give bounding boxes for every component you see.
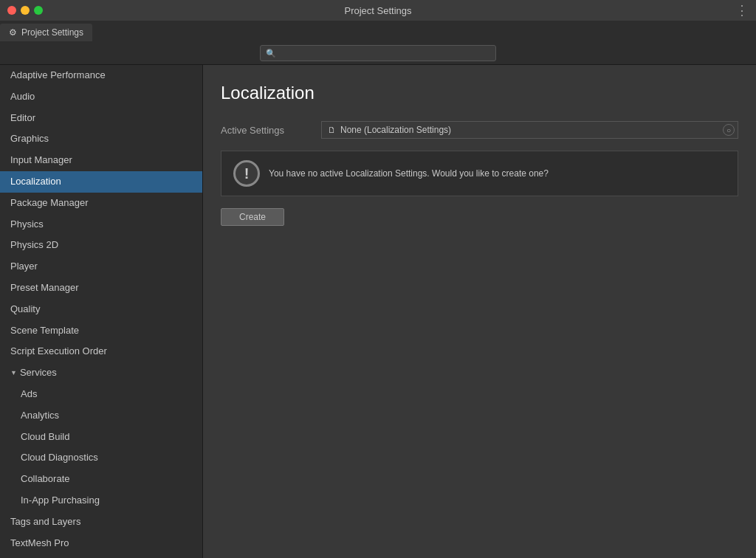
sidebar-item-editor[interactable]: Editor [0, 108, 202, 129]
sidebar-item-label: Preset Manager [10, 282, 79, 293]
window-title: Project Settings [344, 5, 411, 16]
page-title: Localization [221, 83, 738, 103]
sidebar: Adaptive PerformanceAudioEditorGraphicsI… [0, 65, 203, 558]
sidebar-item-in-app-purchasing[interactable]: In-App Purchasing [0, 490, 202, 512]
dropdown-value: None (Localization Settings) [340, 125, 451, 135]
warning-text: You have no active Localization Settings… [269, 168, 549, 179]
sidebar-item-label: Package Manager [10, 197, 89, 208]
sidebar-item-graphics[interactable]: Graphics [0, 128, 202, 150]
sidebar-item-time[interactable]: Time [0, 554, 202, 558]
sidebar-item-audio[interactable]: Audio [0, 86, 202, 108]
gear-icon: ⚙ [9, 27, 17, 38]
sidebar-item-label: In-App Purchasing [21, 495, 100, 506]
active-settings-row: Active Settings 🗋 None (Localization Set… [221, 121, 738, 139]
sidebar-item-ads[interactable]: Ads [0, 384, 202, 405]
file-icon: 🗋 [328, 125, 336, 134]
sidebar-item-label: Script Execution Order [10, 345, 107, 356]
sidebar-item-textmesh-pro[interactable]: TextMesh Pro [0, 533, 202, 554]
menu-icon[interactable]: ⋮ [735, 2, 749, 18]
sidebar-item-label: Localization [10, 176, 61, 187]
sidebar-item-preset-manager[interactable]: Preset Manager [0, 278, 202, 299]
project-settings-tab[interactable]: ⚙ Project Settings [0, 24, 92, 41]
sidebar-item-localization[interactable]: Localization [0, 171, 202, 193]
sidebar-item-label: Ads [21, 388, 37, 399]
search-wrapper: 🔍 [260, 45, 496, 61]
sidebar-item-label: Player [10, 261, 38, 272]
create-button[interactable]: Create [221, 208, 284, 226]
sidebar-item-package-manager[interactable]: Package Manager [0, 193, 202, 214]
sidebar-item-label: Audio [10, 91, 35, 102]
sidebar-item-label: Input Manager [10, 154, 72, 165]
sidebar-item-label: Analytics [21, 410, 59, 421]
search-input[interactable] [260, 45, 496, 61]
content-area: Localization Active Settings 🗋 None (Loc… [203, 65, 756, 558]
sidebar-item-label: Tags and Layers [10, 516, 80, 527]
warning-icon: ! [233, 160, 260, 187]
search-icon: 🔍 [266, 48, 276, 58]
sidebar-item-collaborate[interactable]: Collaborate [0, 469, 202, 490]
sidebar-item-cloud-diagnostics[interactable]: Cloud Diagnostics [0, 447, 202, 469]
triangle-icon: ▼ [10, 368, 17, 378]
minimize-button[interactable] [21, 6, 30, 15]
sidebar-item-services[interactable]: ▼Services [0, 362, 202, 384]
sidebar-item-cloud-build[interactable]: Cloud Build [0, 427, 202, 448]
tab-bar: ⚙ Project Settings [0, 21, 756, 41]
sidebar-item-tags-and-layers[interactable]: Tags and Layers [0, 512, 202, 533]
sidebar-item-label: Cloud Build [21, 431, 70, 442]
sidebar-item-player[interactable]: Player [0, 256, 202, 278]
sidebar-item-input-manager[interactable]: Input Manager [0, 150, 202, 171]
sidebar-item-scene-template[interactable]: Scene Template [0, 320, 202, 342]
maximize-button[interactable] [34, 6, 43, 15]
sidebar-item-label: Collaborate [21, 473, 70, 484]
sidebar-item-label: Cloud Diagnostics [21, 452, 98, 463]
sidebar-item-script-execution-order[interactable]: Script Execution Order [0, 341, 202, 362]
sidebar-item-physics[interactable]: Physics [0, 214, 202, 235]
main-layout: Adaptive PerformanceAudioEditorGraphicsI… [0, 65, 756, 558]
sidebar-item-label: Graphics [10, 133, 49, 144]
sidebar-item-label: Adaptive Performance [10, 69, 106, 80]
sidebar-item-label: Editor [10, 112, 35, 123]
dropdown-circle-button[interactable]: ○ [723, 124, 735, 136]
sidebar-item-label: Quality [10, 303, 40, 314]
search-bar: 🔍 [0, 41, 756, 65]
title-bar: Project Settings ⋮ [0, 0, 756, 21]
warning-box: ! You have no active Localization Settin… [221, 151, 738, 196]
sidebar-item-label: Services [20, 365, 57, 381]
settings-dropdown[interactable]: 🗋 None (Localization Settings) ○ [321, 121, 738, 139]
sidebar-item-label: TextMesh Pro [10, 537, 69, 548]
sidebar-item-label: Physics 2D [10, 239, 58, 250]
title-bar-controls [7, 6, 43, 15]
sidebar-item-analytics[interactable]: Analytics [0, 405, 202, 427]
sidebar-item-quality[interactable]: Quality [0, 299, 202, 320]
sidebar-item-adaptive-performance[interactable]: Adaptive Performance [0, 65, 202, 86]
sidebar-item-label: Physics [10, 218, 44, 230]
sidebar-item-physics-2d[interactable]: Physics 2D [0, 235, 202, 256]
tab-label: Project Settings [21, 27, 83, 38]
sidebar-item-label: Scene Template [10, 325, 79, 336]
active-settings-label: Active Settings [221, 125, 309, 136]
close-button[interactable] [7, 6, 16, 15]
